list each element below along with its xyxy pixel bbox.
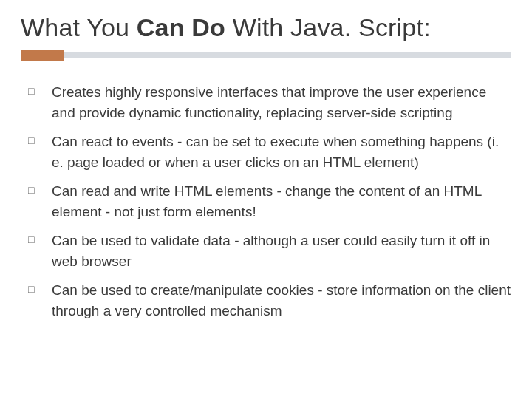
title-part2: Can Do [137,13,225,41]
list-item: Can be used to create/manipulate cookies… [52,280,511,321]
title-part3: With Java. Script: [225,13,431,41]
slide-title: What You Can Do With Java. Script: [21,13,511,42]
bullet-list: Creates highly responsive interfaces tha… [21,82,511,321]
slide: What You Can Do With Java. Script: Creat… [0,0,532,399]
list-item: Can react to events - can be set to exec… [52,132,511,172]
accent-grey [21,52,511,58]
list-item: Can read and write HTML elements - chang… [52,181,511,222]
accent-bar [21,50,511,61]
list-item: Can be used to validate data - although … [52,231,511,271]
title-part1: What You [21,13,137,41]
list-item: Creates highly responsive interfaces tha… [52,82,511,123]
title-wrap: What You Can Do With Java. Script: [21,13,511,42]
accent-orange [21,50,64,61]
